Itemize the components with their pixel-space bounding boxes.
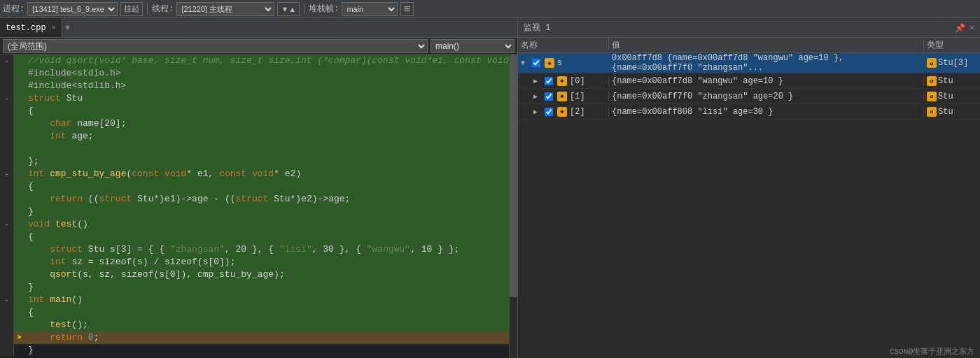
stack-expand-button[interactable]: ⊞	[400, 2, 414, 16]
watch-cell-name-s: ▼ ◈ s	[518, 58, 609, 68]
watch-col-headers: 名称 值 类型	[518, 38, 980, 53]
bp-area-11	[14, 180, 25, 193]
type-icon-1: ↺	[927, 92, 937, 101]
code-line-9: };	[0, 155, 509, 168]
watch-checkbox-0[interactable]	[545, 77, 553, 85]
thread-select[interactable]: [21220] 主线程	[176, 2, 274, 16]
line-text-23: return 0;	[25, 331, 102, 344]
editor-panel: test.cpp × ▼ (全局范围) main() -	[0, 18, 518, 358]
code-line-7: int age;	[0, 130, 509, 143]
tab-arrow[interactable]: ▼	[65, 24, 70, 32]
expand-arrow-1[interactable]: ▶	[533, 92, 540, 101]
code-line-3: #include<stdlib.h>	[0, 80, 509, 92]
watch-row-1[interactable]: ▶ ◈ [1] {name=0x00aff7f0 "zhangsan" age=…	[518, 89, 980, 104]
thread-label: 线程:	[152, 3, 174, 15]
bp-area-18	[14, 268, 25, 281]
code-line-21: {	[0, 306, 509, 319]
main-area: test.cpp × ▼ (全局范围) main() -	[0, 18, 980, 358]
type-label-1: Stu	[938, 92, 953, 101]
code-line-10: - int cmp_stu_by_age(const void* e1, con…	[0, 168, 509, 180]
bp-area-1	[14, 55, 25, 67]
code-line-4: - struct Stu	[0, 92, 509, 105]
tab-close-button[interactable]: ×	[52, 24, 57, 32]
line-text-3: #include<stdlib.h>	[25, 80, 129, 92]
expand-arrow-s[interactable]: ▼	[521, 59, 528, 67]
watch-col-val-header: 值	[609, 39, 924, 51]
line-gutter-12	[0, 193, 14, 206]
watermark-text: CSDN@坐落于亚洲之东方	[890, 348, 974, 356]
code-line-24: }	[0, 344, 509, 357]
scope-global-select[interactable]: (全局范围)	[3, 39, 428, 53]
line-gutter-17	[0, 256, 14, 268]
bp-area-17	[14, 256, 25, 268]
line-gutter-14[interactable]: -	[0, 218, 14, 231]
process-label: 进程:	[3, 3, 24, 15]
bp-area-10	[14, 168, 25, 180]
code-line-20: - int main()	[0, 294, 509, 306]
line-gutter-11	[0, 180, 14, 193]
line-gutter-7	[0, 130, 14, 143]
expand-arrow-2[interactable]: ▶	[533, 108, 540, 116]
line-gutter-18	[0, 268, 14, 281]
watch-checkbox-s[interactable]	[532, 59, 540, 67]
line-text-19: }	[25, 281, 36, 294]
code-line-17: int sz = sizeof(s) / sizeof(s[0]);	[0, 256, 509, 268]
bp-area-12	[14, 193, 25, 206]
line-gutter-13	[0, 206, 14, 218]
code-container: - //void qsort(void* base, size_t num, s…	[0, 55, 517, 358]
scope-bar: (全局范围) main()	[0, 38, 517, 55]
line-gutter-10[interactable]: -	[0, 168, 14, 180]
type-icon-2: ↺	[927, 107, 937, 117]
line-text-24: }	[25, 344, 36, 357]
bp-area-5	[14, 105, 25, 117]
code-scroll[interactable]: - //void qsort(void* base, size_t num, s…	[0, 55, 509, 358]
filter-button[interactable]: ▼▲	[277, 2, 300, 16]
watch-icon-0: ◈	[557, 76, 567, 86]
watch-table[interactable]: ▼ ◈ s 0x00aff7d8 {name=0x00aff7d8 "wangw…	[518, 53, 980, 358]
code-line-8	[0, 143, 509, 155]
code-line-6: char name[20];	[0, 117, 509, 130]
watch-checkbox-1[interactable]	[545, 92, 553, 101]
line-gutter-15	[0, 231, 14, 243]
code-line-1: - //void qsort(void* base, size_t num, s…	[0, 55, 509, 67]
bp-area-16	[14, 243, 25, 256]
scope-fn-select[interactable]: main()	[430, 39, 514, 53]
toolbar: 进程: [13412] test_6_9.exe 挂起 线程: [21220] …	[0, 0, 980, 18]
toolbar-separator-1	[147, 3, 148, 15]
watch-row-0[interactable]: ▶ ◈ [0] {name=0x00aff7d8 "wangwu" age=10…	[518, 73, 980, 89]
watch-name-0: [0]	[570, 76, 585, 86]
bp-area-23: ➤	[14, 331, 25, 344]
code-line-19: }	[0, 281, 509, 294]
line-gutter-3	[0, 80, 14, 92]
line-gutter-4[interactable]: -	[0, 92, 14, 105]
line-text-7: int age;	[25, 130, 97, 143]
bp-area-13	[14, 206, 25, 218]
line-text-18: qsort(s, sz, sizeof(s[0]), cmp_stu_by_ag…	[25, 268, 288, 281]
tab-test-cpp[interactable]: test.cpp ×	[0, 18, 62, 37]
pause-button[interactable]: 挂起	[120, 2, 143, 16]
watch-col-name-header: 名称	[518, 39, 609, 51]
watch-header: 监视 1 📌 ×	[518, 18, 980, 38]
watch-close-button[interactable]: ×	[969, 23, 974, 33]
editor-scrollbar[interactable]	[509, 55, 517, 358]
watch-icon-2: ◈	[557, 107, 567, 117]
watch-row-s[interactable]: ▼ ◈ s 0x00aff7d8 {name=0x00aff7d8 "wangw…	[518, 53, 980, 73]
code-line-23: ➤ return 0;	[0, 331, 509, 344]
stack-label: 堆栈帧:	[309, 3, 339, 15]
bp-area-3	[14, 80, 25, 92]
line-gutter-20[interactable]: -	[0, 294, 14, 306]
watch-checkbox-2[interactable]	[545, 108, 553, 116]
line-gutter-19	[0, 281, 14, 294]
type-label-s: Stu[3]	[938, 58, 968, 68]
watch-cell-name-1: ▶ ◈ [1]	[518, 92, 609, 101]
expand-arrow-0[interactable]: ▶	[533, 77, 540, 85]
line-gutter-1[interactable]: -	[0, 55, 14, 67]
watch-pin-button[interactable]: 📌	[955, 23, 965, 33]
toolbar-separator-2	[304, 3, 304, 15]
line-gutter-23	[0, 331, 14, 344]
watch-row-2[interactable]: ▶ ◈ [2] {name=0x00aff808 "lisi" age=30 }…	[518, 104, 980, 120]
process-select[interactable]: [13412] test_6_9.exe	[27, 2, 118, 16]
type-label-0: Stu	[938, 76, 953, 86]
line-gutter-6	[0, 117, 14, 130]
stack-select[interactable]: main	[342, 2, 398, 16]
